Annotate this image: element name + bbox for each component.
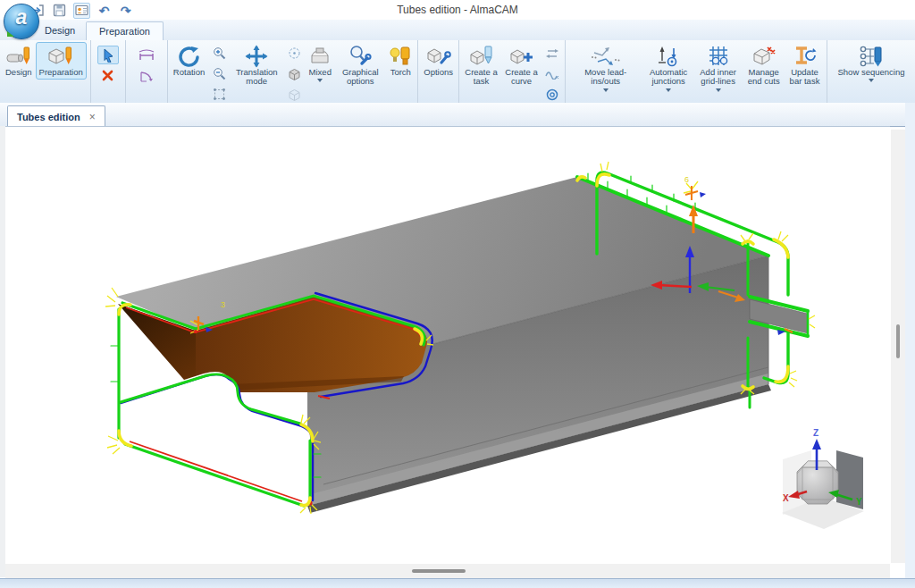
horizontal-scrollbar-thumb[interactable] <box>412 569 466 573</box>
viewport-canvas[interactable]: 3 6 X Y Z <box>5 126 890 565</box>
translation-mode-button[interactable]: Translation mode <box>230 42 283 89</box>
measure-distance-button[interactable] <box>136 46 157 64</box>
zoom-out-button[interactable] <box>208 64 230 83</box>
design-icon <box>6 45 31 68</box>
graphical-options-button[interactable]: Graphical options <box>335 42 385 89</box>
tab-preparation[interactable]: Preparation <box>86 21 164 42</box>
view-solid-button[interactable] <box>283 64 305 83</box>
circle-tool-icon <box>546 88 558 101</box>
show-sequencing-button[interactable]: Show sequencing <box>829 42 913 85</box>
auto-junctions-caret-icon <box>666 88 671 92</box>
auto-junctions-button[interactable]: Automatic junctions <box>643 42 693 95</box>
measure-angle-button[interactable] <box>136 66 157 85</box>
zoom-out-icon <box>213 67 226 80</box>
mixed-button[interactable]: Mixed <box>305 42 335 85</box>
update-bar-button[interactable]: Update bar task <box>785 42 825 89</box>
mixed-icon <box>308 45 332 68</box>
create-task-icon <box>469 45 494 68</box>
zoom-fit-button[interactable] <box>208 85 230 104</box>
grid-lines-button[interactable]: Add inner grid-lines <box>693 42 743 95</box>
ribbon-tab-strip: Design Preparation <box>0 20 915 41</box>
lead-arrows-button[interactable] <box>541 44 563 63</box>
grid-lines-icon <box>707 45 730 68</box>
document-tab-tubes-edition[interactable]: Tubes edition × <box>7 105 105 128</box>
preparation-button[interactable]: Preparation <box>36 42 87 80</box>
auto-junctions-icon <box>657 45 680 68</box>
title-bar: Tubes edition - AlmaCAM <box>0 0 915 20</box>
zoom-in-icon <box>213 46 226 60</box>
redo-icon: ↷ <box>121 4 131 17</box>
torch-icon <box>389 45 412 68</box>
auto-junctions-label: Automatic junctions <box>647 68 689 87</box>
vertical-scrollbar[interactable] <box>891 130 905 563</box>
horizontal-scrollbar[interactable] <box>5 564 890 578</box>
torch-button[interactable]: Torch <box>385 42 416 80</box>
update-bar-label: Update bar task <box>788 68 821 87</box>
junction-number: 3 <box>221 300 225 309</box>
grid-lines-label: Add inner grid-lines <box>697 68 739 87</box>
lead-arrows-icon <box>545 48 559 59</box>
rotation-icon <box>177 45 202 68</box>
move-leadins-label: Move lead-ins/outs <box>571 68 640 87</box>
mixed-caret-icon <box>317 79 323 82</box>
measure-angle-icon <box>139 69 154 82</box>
circle-tool-button[interactable] <box>541 85 563 104</box>
user-card-button[interactable] <box>73 3 90 19</box>
create-task-label: Create a task <box>465 68 498 87</box>
show-sequencing-caret-icon <box>869 79 874 82</box>
undo-icon: ↶ <box>99 4 110 17</box>
grid-lines-caret-icon <box>716 88 721 92</box>
tab-design[interactable]: Design <box>32 21 88 40</box>
create-task-button[interactable]: Create a task <box>461 42 501 89</box>
delete-selection-button[interactable] <box>97 66 119 85</box>
preparation-label: Preparation <box>39 68 83 77</box>
create-curve-label: Create a curve <box>505 68 538 87</box>
design-button[interactable]: Design <box>2 42 36 80</box>
view-wireframe-button[interactable] <box>283 85 305 104</box>
graphical-options-icon <box>348 45 372 68</box>
graphical-options-label: Graphical options <box>339 68 382 87</box>
design-label: Design <box>5 68 32 77</box>
status-bar <box>0 578 915 588</box>
measure-distance-icon <box>139 49 155 62</box>
leadin-number: 6 <box>684 175 689 184</box>
end-cuts-label: Manage end cuts <box>746 68 781 87</box>
logo-letter: a <box>4 5 38 29</box>
axis-x-label: X <box>783 493 789 503</box>
options-button[interactable]: Options <box>420 42 457 80</box>
delete-x-icon <box>102 70 113 81</box>
undo-button[interactable]: ↶ <box>97 4 112 18</box>
orientation-cube[interactable]: X Y Z <box>782 428 864 529</box>
show-sequencing-label: Show sequencing <box>838 68 905 77</box>
create-curve-button[interactable]: Create a curve <box>501 42 541 89</box>
tube-model[interactable]: 3 6 X Y Z <box>5 127 890 563</box>
document-tab-bar: Tubes edition × <box>0 103 915 127</box>
move-leadins-button[interactable]: Move lead-ins/outs <box>567 42 643 95</box>
save-button[interactable] <box>52 4 67 18</box>
mixed-label: Mixed <box>309 68 332 77</box>
show-sequencing-icon <box>858 45 885 68</box>
options-icon <box>426 45 451 68</box>
move-leadins-caret-icon <box>603 88 609 92</box>
logo-wedge <box>7 31 14 37</box>
options-label: Options <box>424 68 453 77</box>
end-cuts-button[interactable]: Manage end cuts <box>743 42 785 89</box>
almacam-logo[interactable]: a <box>4 4 39 39</box>
move-leadins-icon <box>591 45 621 68</box>
translation-label: Translation mode <box>233 68 280 87</box>
window-title: Tubes edition - AlmaCAM <box>0 0 915 20</box>
user-card-icon <box>75 4 88 17</box>
torch-label: Torch <box>390 68 411 77</box>
curve-sketch-button[interactable] <box>541 64 563 83</box>
create-curve-icon <box>509 45 534 68</box>
cursor-icon <box>101 48 114 63</box>
view-sphere-button[interactable] <box>283 44 305 63</box>
select-button[interactable] <box>97 46 119 64</box>
zoom-in-button[interactable] <box>208 44 230 63</box>
close-tab-icon[interactable]: × <box>89 112 96 122</box>
rotation-button[interactable]: Rotation <box>170 42 208 80</box>
wire-cube-icon <box>288 88 301 101</box>
vertical-scrollbar-thumb[interactable] <box>896 324 900 358</box>
redo-button[interactable]: ↷ <box>118 4 133 18</box>
document-tab-title: Tubes edition <box>17 107 80 127</box>
